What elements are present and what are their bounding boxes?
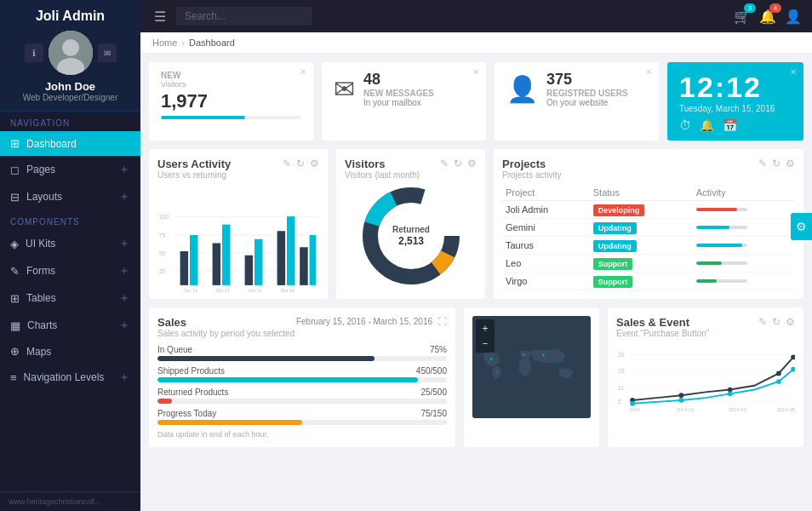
visitors-refresh-btn[interactable]: ↻ (454, 158, 462, 169)
sales-expand-btn[interactable]: ⛶ (437, 316, 447, 326)
visitors-edit-btn[interactable]: ✎ (440, 158, 449, 169)
settings-gear-btn[interactable]: ⚙ (791, 213, 812, 240)
svg-text:Oct 11: Oct 11 (215, 288, 230, 293)
svg-point-47 (776, 371, 781, 376)
activity-settings-btn[interactable]: ⚙ (310, 158, 319, 169)
sidebar-item-nav-levels[interactable]: ≡ Navigation Levels ＋ (0, 364, 140, 391)
visitors-close-btn[interactable]: ✕ (300, 67, 306, 77)
table-row: Joli Admin Developing (502, 201, 795, 219)
messages-close-btn[interactable]: ✕ (472, 67, 479, 77)
clock-history-btn[interactable]: ⏱ (679, 118, 691, 132)
project-status: Updating (590, 237, 693, 255)
clock-close-btn[interactable]: ✕ (790, 67, 797, 77)
users-close-btn[interactable]: ✕ (645, 67, 652, 77)
tables-add-icon[interactable]: ＋ (118, 290, 130, 306)
sidebar-footer: www.heritagechristiancoll... (0, 491, 140, 511)
sales-event-title: Sales & Event (616, 316, 709, 329)
svg-point-32 (490, 358, 493, 360)
visitors-card: ✕ NEW Visitors 1,977 (149, 62, 313, 141)
clock-time: 12:12 (679, 71, 792, 104)
users-label: REGISTRED USERS (546, 89, 628, 98)
charts-add-icon[interactable]: ＋ (118, 318, 130, 333)
cart-btn[interactable]: 🛒 3 (734, 9, 751, 25)
visitors-settings-btn[interactable]: ⚙ (467, 158, 477, 169)
sales-event-panel: Sales & Event Event "Purchase Button" ✎ … (608, 307, 803, 447)
visitors-panel: Visitors Visitors (last month) ✎ ↻ ⚙ (336, 149, 485, 299)
sidebar-item-label: Pages (26, 164, 55, 175)
cart-badge: 3 (744, 3, 756, 13)
breadcrumb-home[interactable]: Home (152, 37, 177, 48)
map-zoom-btns[interactable]: ＋ － (476, 319, 495, 353)
col-project: Project (502, 185, 590, 201)
svg-point-35 (496, 371, 498, 373)
project-status: Developing (590, 201, 693, 219)
pages-icon: ◻ (10, 164, 20, 176)
svg-point-45 (679, 393, 684, 398)
messages-count: 48 (363, 71, 434, 89)
svg-point-51 (728, 391, 733, 396)
sidebar-item-dashboard[interactable]: ⊞ Dashboard (0, 131, 140, 156)
menu-toggle-btn[interactable]: ☰ (151, 5, 169, 28)
sidebar-item-uikits[interactable]: ◈ UI Kits ＋ (0, 230, 140, 257)
clock-bell-btn[interactable]: 🔔 (700, 118, 714, 132)
users-count: 375 (546, 71, 628, 89)
sidebar-item-tables[interactable]: ⊞ Tables ＋ (0, 284, 140, 312)
sidebar-item-pages[interactable]: ◻ Pages ＋ (0, 156, 140, 183)
sales-event-settings-btn[interactable]: ⚙ (786, 316, 795, 328)
progress-label: In Queue (157, 345, 192, 354)
user-message-btn[interactable]: ✉ (98, 43, 117, 62)
svg-rect-19 (300, 247, 308, 285)
world-map: ＋ － (472, 316, 591, 418)
sidebar-item-label: Layouts (26, 191, 62, 203)
user-btn[interactable]: 👤 (785, 9, 802, 25)
charts-icon: ▦ (10, 319, 20, 332)
project-status: Support (590, 255, 693, 273)
search-input[interactable] (176, 7, 312, 26)
users-icon: 👤 (506, 74, 538, 104)
projects-edit-btn[interactable]: ✎ (758, 158, 767, 169)
sidebar-item-maps[interactable]: ⊕ Maps (0, 339, 140, 364)
sales-progress-item: Returned Products 25/500 (157, 388, 447, 404)
sidebar-item-charts[interactable]: ▦ Charts ＋ (0, 312, 140, 339)
pages-add-icon[interactable]: ＋ (118, 162, 130, 177)
sales-event-edit-btn[interactable]: ✎ (758, 316, 767, 328)
project-name: Leo (502, 255, 590, 273)
project-name: Gemini (502, 219, 590, 237)
forms-add-icon[interactable]: ＋ (118, 263, 130, 278)
layouts-add-icon[interactable]: ＋ (118, 189, 130, 204)
table-row: Taurus Updating (502, 237, 795, 255)
avatar (49, 31, 93, 75)
svg-text:Oct 16: Oct 16 (280, 288, 294, 293)
messages-label: NEW MESSAGES (363, 89, 434, 98)
projects-table: Project Status Activity Joli Admin Devel… (502, 185, 795, 290)
svg-text:Oct 11: Oct 11 (248, 288, 262, 293)
user-info-btn[interactable]: ℹ (25, 43, 43, 62)
sidebar-item-layouts[interactable]: ⊟ Layouts ＋ (0, 183, 140, 210)
projects-sub: Projects activity (502, 170, 561, 180)
clock-calendar-btn[interactable]: 📅 (723, 118, 737, 132)
uikits-add-icon[interactable]: ＋ (118, 236, 130, 251)
sales-header: Sales Sales activity by period you selec… (157, 316, 447, 338)
activity-refresh-btn[interactable]: ↻ (296, 158, 305, 169)
charts-row: Users Activity Users vs returning ✎ ↻ ⚙ … (149, 149, 803, 299)
project-activity (693, 237, 795, 255)
nav-levels-add-icon[interactable]: ＋ (118, 370, 130, 385)
clock-card: ✕ 12:12 Tuesday, March 15, 2016 ⏱ 🔔 📅 (667, 62, 803, 141)
users-activity-header: Users Activity Users vs returning ✎ ↻ ⚙ (157, 158, 319, 180)
table-row: Gemini Updating (502, 219, 795, 237)
progress-value: 75% (430, 345, 447, 354)
project-activity (693, 201, 795, 219)
svg-rect-17 (277, 231, 286, 285)
bell-btn[interactable]: 🔔 4 (759, 9, 776, 25)
sales-event-refresh-btn[interactable]: ↻ (772, 316, 781, 328)
projects-refresh-btn[interactable]: ↻ (772, 158, 781, 169)
projects-settings-btn[interactable]: ⚙ (786, 158, 795, 169)
uikits-icon: ◈ (10, 238, 19, 250)
users-sub: On your website (546, 98, 628, 107)
activity-edit-btn[interactable]: ✎ (283, 158, 291, 169)
svg-text:Returned: Returned (392, 225, 430, 234)
sidebar-item-forms[interactable]: ✎ Forms ＋ (0, 257, 140, 284)
forms-icon: ✎ (10, 265, 20, 278)
maps-icon: ⊕ (10, 345, 20, 358)
sales-progress-item: In Queue 75% (157, 345, 447, 361)
